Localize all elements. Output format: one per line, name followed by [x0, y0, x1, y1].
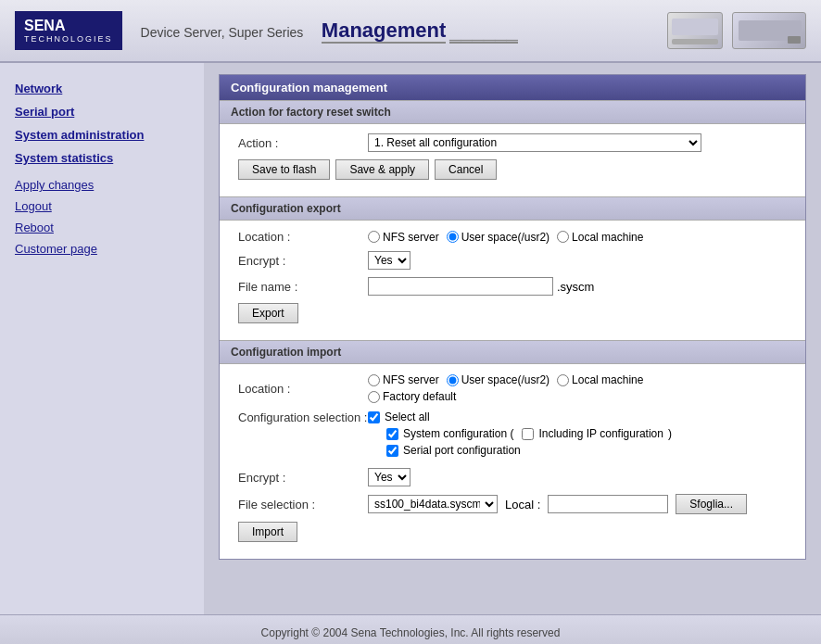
panel-title: Configuration management [220, 75, 805, 100]
sidebar-item-network[interactable]: Network [15, 82, 189, 95]
import-button[interactable]: Import [238, 522, 297, 542]
sidebar-links: Apply changes Logout Reboot Customer pag… [15, 178, 189, 256]
export-encrypt-wrapper: Yes No [368, 251, 787, 270]
system-config-checkbox[interactable] [386, 428, 398, 440]
including-ip-label: Including IP configuration [538, 427, 663, 440]
export-nfs-label: NFS server [383, 231, 439, 244]
action-button-row: Save to flash Save & apply Cancel [238, 159, 787, 180]
logo-line2: TECHNOLOGIES [24, 34, 113, 44]
system-config-checkbox-row: System configuration ( Including IP conf… [386, 427, 787, 440]
config-panel: Configuration management Action for fact… [219, 74, 806, 560]
sidebar-link-reboot[interactable]: Reboot [15, 221, 189, 234]
export-local-label: Local machine [572, 231, 643, 244]
sidebar-link-customer-page[interactable]: Customer page [15, 242, 189, 256]
sidebar-item-system-stats[interactable]: System statistics [15, 151, 189, 165]
import-factory-label: Factory default [383, 390, 456, 403]
device-icon-2 [732, 12, 806, 49]
browse-button[interactable]: Sfoglia... [676, 494, 747, 514]
serial-port-checkbox[interactable] [386, 445, 398, 457]
export-local-radio-item: Local machine [557, 231, 643, 244]
including-ip-checkbox[interactable] [522, 428, 534, 440]
content: Configuration management Action for fact… [204, 63, 821, 614]
import-factory-radio-item: Factory default [368, 390, 787, 403]
export-section-body: Location : NFS server User space(/usr2) [220, 221, 805, 340]
export-filename-label: File name : [238, 280, 368, 294]
action-select[interactable]: 1. Reset all configuration 2. Keep curre… [368, 133, 701, 152]
export-location-label: Location : [238, 230, 368, 244]
import-local-label: Local machine [572, 373, 643, 386]
export-encrypt-row: Encrypt : Yes No [238, 251, 787, 270]
sidebar-link-apply-changes[interactable]: Apply changes [15, 178, 189, 192]
import-location-label: Location : [238, 382, 368, 396]
sidebar-nav: Network Serial port System administratio… [15, 82, 189, 165]
import-user-radio-item: User space(/usr2) [447, 373, 549, 386]
header-subtitle: Device Server, Super Series [141, 25, 304, 40]
action-label: Action : [238, 136, 368, 150]
import-location-row2: Factory default [368, 390, 787, 403]
export-location-radios: NFS server User space(/usr2) Local machi… [368, 231, 787, 244]
serial-port-checkbox-row: Serial port configuration [386, 444, 787, 457]
main-layout: Network Serial port System administratio… [0, 63, 821, 614]
import-user-label: User space(/usr2) [461, 373, 549, 386]
export-user-label: User space(/usr2) [461, 231, 549, 244]
system-config-label: System configuration ( [403, 427, 513, 440]
config-selection-checkboxes: Select all System configuration ( Includ… [368, 410, 787, 461]
action-row: Action : 1. Reset all configuration 2. K… [238, 133, 787, 152]
import-user-radio[interactable] [447, 374, 459, 386]
system-config-suffix: ) [668, 427, 672, 440]
save-apply-button[interactable]: Save & apply [335, 159, 429, 180]
export-filename-input[interactable] [368, 277, 553, 296]
sidebar-link-logout[interactable]: Logout [15, 199, 189, 213]
local-label: Local : [505, 498, 540, 511]
import-location-radios: NFS server User space(/usr2) Local machi… [368, 373, 787, 403]
import-local-radio-item: Local machine [557, 373, 643, 386]
action-section-body: Action : 1. Reset all configuration 2. K… [220, 124, 805, 196]
import-encrypt-row: Encrypt : Yes No [238, 468, 787, 486]
logo-line1: SENA [24, 17, 113, 34]
export-section-header: Configuration export [220, 196, 805, 221]
import-encrypt-label: Encrypt : [238, 471, 368, 485]
sidebar-item-serial-port[interactable]: Serial port [15, 105, 189, 119]
import-section-header: Configuration import [220, 340, 805, 364]
export-filename-suffix: .syscm [557, 280, 594, 294]
import-factory-radio[interactable] [368, 391, 380, 403]
import-location-row: Location : NFS server User space(/usr2) [238, 373, 787, 403]
export-filename-row: File name : .syscm [238, 277, 787, 296]
config-selection-row: Configuration selection : Select all Sys… [238, 410, 787, 461]
file-selection-label: File selection : [238, 498, 368, 511]
device-icon-1 [667, 12, 723, 49]
save-to-flash-button[interactable]: Save to flash [238, 159, 330, 180]
serial-port-label: Serial port configuration [403, 444, 521, 457]
export-filename-wrapper: .syscm [368, 277, 787, 296]
import-nfs-radio-item: NFS server [368, 373, 439, 386]
select-all-label: Select all [385, 410, 430, 423]
import-section-body: Location : NFS server User space(/usr2) [220, 364, 805, 559]
file-selection-row: File selection : ss100_bi4data.syscm Loc… [238, 494, 787, 514]
import-location-row1: NFS server User space(/usr2) Local machi… [368, 373, 787, 386]
export-encrypt-select[interactable]: Yes No [368, 251, 410, 270]
import-local-radio[interactable] [557, 374, 569, 386]
export-nfs-radio-item: NFS server [368, 231, 439, 244]
export-encrypt-label: Encrypt : [238, 254, 368, 268]
export-user-radio[interactable] [447, 231, 459, 243]
cancel-button[interactable]: Cancel [435, 159, 497, 180]
export-button[interactable]: Export [238, 303, 298, 323]
header-title: Device Server, Super Series Management _… [141, 19, 667, 43]
file-selection-select[interactable]: ss100_bi4data.syscm [368, 495, 498, 513]
select-all-checkbox[interactable] [368, 411, 380, 423]
export-local-radio[interactable] [557, 231, 569, 243]
import-encrypt-wrapper: Yes No [368, 468, 787, 486]
footer: Copyright © 2004 Sena Technologies, Inc.… [0, 614, 821, 644]
sidebar-item-system-admin[interactable]: System administration [15, 128, 189, 142]
export-button-row: Export [238, 303, 787, 323]
import-nfs-radio[interactable] [368, 374, 380, 386]
logo: SENA TECHNOLOGIES [15, 11, 122, 50]
select-all-checkbox-row: Select all [368, 410, 787, 423]
local-file-input[interactable] [548, 495, 668, 513]
header: SENA TECHNOLOGIES Device Server, Super S… [0, 0, 821, 63]
sidebar: Network Serial port System administratio… [0, 63, 204, 614]
import-encrypt-select[interactable]: Yes No [368, 468, 410, 486]
export-nfs-radio[interactable] [368, 231, 380, 243]
header-icons [667, 12, 806, 49]
export-location-row: Location : NFS server User space(/usr2) [238, 230, 787, 244]
